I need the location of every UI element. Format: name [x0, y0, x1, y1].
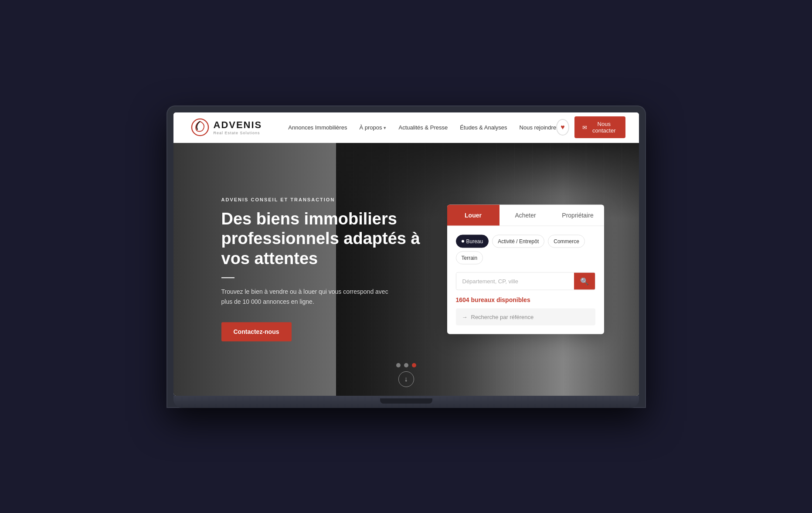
search-icon: 🔍 — [580, 277, 589, 285]
available-count: 1604 bureaux disponibles — [456, 296, 595, 303]
laptop-frame: ADVENIS Real Estate Solutions Annonces I… — [166, 105, 646, 408]
nav-actions: ♥ ✉ Nous contacter — [556, 116, 625, 138]
heart-icon: ♥ — [561, 123, 565, 131]
reference-label: Recherche par référence — [471, 313, 534, 320]
search-button[interactable]: 🔍 — [574, 272, 595, 289]
tab-acheter[interactable]: Acheter — [499, 204, 552, 225]
prop-type-terrain[interactable]: Terrain — [456, 251, 483, 264]
hero-dot-1[interactable] — [396, 363, 401, 367]
nav-actualites[interactable]: Actualités & Presse — [398, 124, 448, 131]
logo-brand: ADVENIS — [214, 119, 262, 131]
arrow-down-icon: ↓ — [404, 375, 408, 383]
tab-proprietaire[interactable]: Propriétaire — [552, 204, 604, 225]
scroll-down-button[interactable]: ↓ — [398, 371, 414, 387]
search-input-row: 🔍 — [456, 272, 595, 290]
hero-cta-button[interactable]: Contactez-nous — [221, 322, 292, 341]
contact-label: Nous contacter — [591, 121, 618, 134]
email-icon: ✉ — [582, 124, 587, 131]
hero-section: ADVENIS CONSEIL ET TRANSACTION Des biens… — [173, 143, 639, 396]
prop-type-bureau[interactable]: Bureau — [456, 234, 489, 248]
nav-annonces[interactable]: Annonces Immobilières — [288, 124, 347, 131]
nav-apropos[interactable]: À propos — [359, 124, 386, 131]
location-search-input[interactable] — [456, 272, 574, 289]
prop-type-bureau-label: Bureau — [466, 238, 483, 244]
reference-search[interactable]: → Recherche par référence — [456, 308, 595, 325]
laptop-notch — [380, 398, 432, 404]
hero-content: ADVENIS CONSEIL ET TRANSACTION Des biens… — [221, 197, 431, 342]
prop-type-activite[interactable]: Activité / Entrepôt — [492, 234, 544, 248]
nav-links: Annonces Immobilières À propos Actualité… — [288, 124, 556, 131]
widget-tabs: Louer Acheter Propriétaire — [447, 204, 604, 226]
hero-title: Des biens immobiliers professionnels ada… — [221, 209, 431, 269]
logo-subtitle: Real Estate Solutions — [214, 131, 262, 135]
prop-type-dot — [462, 240, 464, 242]
contact-button[interactable]: ✉ Nous contacter — [574, 116, 625, 138]
hero-divider — [221, 278, 234, 279]
prop-type-commerce-label: Commerce — [554, 238, 579, 244]
hero-eyebrow: ADVENIS CONSEIL ET TRANSACTION — [221, 197, 431, 202]
advenis-logo-icon — [191, 118, 209, 136]
laptop-base — [173, 396, 639, 408]
prop-type-terrain-label: Terrain — [462, 255, 478, 261]
hero-dot-2[interactable] — [404, 363, 408, 367]
chevron-down-icon — [384, 124, 386, 131]
prop-type-activite-label: Activité / Entrepôt — [498, 238, 539, 244]
property-types: Bureau Activité / Entrepôt Commerce Terr… — [456, 234, 595, 264]
laptop-screen: ADVENIS Real Estate Solutions Annonces I… — [173, 112, 639, 396]
logo-text: ADVENIS Real Estate Solutions — [214, 119, 262, 135]
tab-louer[interactable]: Louer — [447, 204, 499, 225]
logo-area: ADVENIS Real Estate Solutions — [191, 118, 262, 136]
arrow-icon: → — [462, 313, 468, 320]
hero-dot-3[interactable] — [412, 363, 416, 367]
navbar: ADVENIS Real Estate Solutions Annonces I… — [173, 112, 639, 143]
nav-etudes[interactable]: Études & Analyses — [460, 124, 507, 131]
widget-body: Bureau Activité / Entrepôt Commerce Terr… — [447, 226, 604, 334]
search-widget: Louer Acheter Propriétaire Bureau Activi… — [447, 204, 604, 334]
nav-rejoindre[interactable]: Nous rejoindre — [520, 124, 557, 131]
hero-description: Trouvez le bien à vendre ou à louer qui … — [221, 287, 396, 307]
prop-type-commerce[interactable]: Commerce — [548, 234, 585, 248]
favorites-button[interactable]: ♥ — [556, 119, 569, 136]
hero-pagination-dots — [396, 363, 416, 367]
